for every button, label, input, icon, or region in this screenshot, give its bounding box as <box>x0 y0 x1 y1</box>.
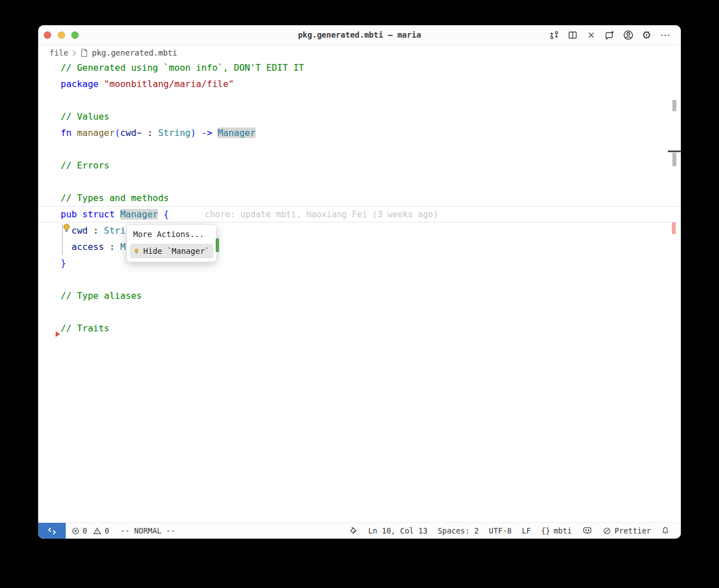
warning-count: 0 <box>104 526 109 535</box>
remote-icon <box>47 526 57 536</box>
window-title: pkg.generated.mbti — maria <box>298 25 421 45</box>
code-line[interactable]: // Types and methods <box>38 190 681 206</box>
close-window-button[interactable] <box>44 31 51 39</box>
code-token: // Values <box>61 111 110 122</box>
quick-fix-item-hide-manager[interactable]: Hide `Manager` <box>130 244 213 258</box>
breadcrumb-folder[interactable]: file <box>49 48 69 57</box>
code-token: } <box>61 258 66 268</box>
indentation-status[interactable]: Spaces: 2 <box>438 526 479 535</box>
encoding-status[interactable]: UTF-8 <box>489 526 512 535</box>
code-token: Stri <box>104 225 126 236</box>
account-icon[interactable] <box>622 30 634 41</box>
editor[interactable]: // Generated using `moon info`, DON'T ED… <box>38 60 681 523</box>
braces-icon: {} <box>541 526 550 535</box>
code-line[interactable]: fn manager(cwd~ : String) -> Manager <box>38 125 681 141</box>
eol-status[interactable]: LF <box>522 526 531 535</box>
quick-fix-item-label: Hide `Manager` <box>143 247 210 256</box>
bell-icon[interactable] <box>661 526 670 535</box>
code-line[interactable]: // Type aliases <box>38 288 681 304</box>
code-line[interactable] <box>38 304 681 320</box>
code-token: -> <box>202 127 212 138</box>
code-token: // Generated using `moon info`, DON'T ED… <box>61 62 304 73</box>
error-icon <box>71 527 80 535</box>
problems-status[interactable]: 0 0 <box>66 526 109 535</box>
code-token: : <box>88 225 104 236</box>
code-token: String <box>158 127 190 138</box>
chevron-right-icon <box>72 50 76 56</box>
code-token: M <box>120 241 126 252</box>
settings-gear-icon[interactable]: ⚙ <box>641 30 652 41</box>
code-line[interactable] <box>38 92 681 108</box>
lightbulb-icon[interactable] <box>62 223 71 233</box>
formatter-status[interactable]: Prettier <box>603 526 651 535</box>
warning-icon <box>93 527 102 535</box>
code-line[interactable] <box>38 141 681 157</box>
code-token: package <box>61 79 98 89</box>
overview-ruler-salmon-mark <box>672 222 676 234</box>
file-icon <box>80 48 88 57</box>
code-token: fn <box>61 127 71 138</box>
overview-ruler-occurrence-mark <box>672 153 676 166</box>
minimize-window-button[interactable] <box>58 31 65 39</box>
circle-slash-icon <box>603 527 611 535</box>
red-cursor-arrow <box>56 331 60 337</box>
code-token <box>71 127 77 138</box>
code-token: // Types and methods <box>61 193 169 203</box>
vscode-window: pkg.generated.mbti — maria <box>38 25 681 539</box>
formatter-label: Prettier <box>615 526 651 535</box>
code-token <box>115 209 120 220</box>
error-count: 0 <box>83 526 87 535</box>
code-token: ) <box>190 127 196 138</box>
code-token <box>212 127 218 138</box>
breadcrumb-filename[interactable]: pkg.generated.mbti <box>92 48 178 57</box>
copilot-chat-icon[interactable] <box>604 30 615 41</box>
status-bar: 0 0 -- NORMAL -- Ln 10, Col 13 Spaces: 2… <box>38 522 681 539</box>
code-line[interactable]: // Traits <box>38 320 681 336</box>
title-bar: pkg.generated.mbti — maria <box>38 25 681 45</box>
code-token <box>98 79 104 89</box>
cursor-position[interactable]: Ln 10, Col 13 <box>368 526 427 535</box>
code-line-current[interactable]: pub struct Manager {chore: update mbti, … <box>38 206 681 222</box>
quick-fix-menu: More Actions... Hide `Manager` <box>126 224 217 262</box>
code-token: access <box>71 241 104 252</box>
code-token: cwd <box>71 225 88 236</box>
code-line[interactable]: // Errors <box>38 157 681 174</box>
code-token: : <box>104 241 120 252</box>
code-line[interactable] <box>38 174 681 190</box>
git-sync-icon[interactable] <box>548 30 559 41</box>
close-editor-icon[interactable] <box>585 30 597 41</box>
quick-fix-more-actions[interactable]: More Actions... <box>130 230 213 244</box>
green-bracket-mark <box>216 238 219 252</box>
highlighted-symbol: Manager <box>217 127 255 138</box>
code-lines: // Generated using `moon info`, DON'T ED… <box>38 60 681 336</box>
overview-ruler-cursor-mark <box>668 151 681 152</box>
ink-bottle-icon[interactable] <box>349 526 358 535</box>
remote-indicator[interactable] <box>38 523 66 539</box>
code-token <box>196 127 202 138</box>
code-token <box>158 209 163 220</box>
code-token: // Traits <box>61 323 110 334</box>
language-mode[interactable]: {} mbti <box>541 526 572 535</box>
split-editor-icon[interactable] <box>567 30 578 41</box>
more-actions-icon[interactable]: ⋯ <box>659 30 671 41</box>
code-token: ( <box>115 127 120 138</box>
vim-mode-indicator: -- NORMAL -- <box>109 526 175 535</box>
highlighted-symbol: Manager <box>120 209 158 220</box>
code-token: "moonbitlang/maria/file" <box>104 79 234 89</box>
code-line[interactable]: package "moonbitlang/maria/file" <box>38 76 681 92</box>
code-token: : <box>142 127 158 138</box>
lightbulb-icon <box>134 247 139 256</box>
code-line[interactable]: // Generated using `moon info`, DON'T ED… <box>38 60 681 76</box>
code-line[interactable]: // Values <box>38 108 681 125</box>
code-token: chore: update mbti, Haoxiang Fei (3 week… <box>205 209 438 220</box>
language-label: mbti <box>553 526 572 535</box>
breadcrumb: file pkg.generated.mbti <box>38 45 681 60</box>
code-token: pub struct <box>61 209 115 220</box>
zoom-window-button[interactable] <box>71 31 79 39</box>
code-line[interactable] <box>38 271 681 288</box>
window-controls <box>38 31 79 39</box>
code-token: cwd~ <box>120 127 142 138</box>
code-token: // Errors <box>61 160 110 171</box>
code-token: // Type aliases <box>61 290 142 301</box>
copilot-icon[interactable] <box>582 527 593 535</box>
